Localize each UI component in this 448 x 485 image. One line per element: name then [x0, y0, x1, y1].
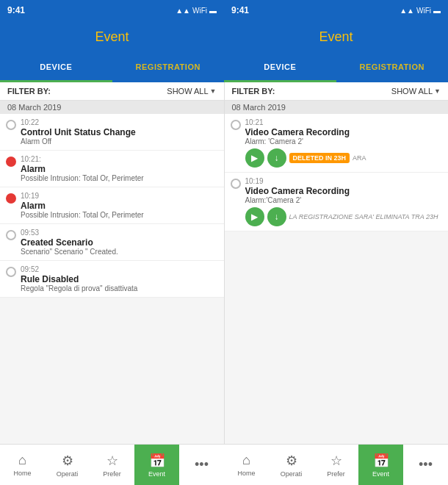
tabs-left: DEVICE REGISTRATION [0, 53, 224, 82]
header-title-right: Event [319, 29, 353, 45]
filter-label-right: FILTER BY: [232, 87, 275, 96]
operati-icon-left: ⚙ [62, 453, 73, 469]
event-time: 10:21: [21, 155, 218, 163]
event-title: Video Camera Recording [245, 127, 443, 137]
nav-more-right[interactable]: ••• [403, 445, 448, 485]
event-sub: Alarm:'Camera 2' [245, 196, 443, 204]
nav-more-left[interactable]: ••• [179, 445, 224, 485]
event-dot [231, 120, 241, 130]
event-title: Video Camera Recording [245, 186, 443, 196]
event-time: 09:52 [21, 265, 218, 273]
more-icon-right: ••• [419, 457, 433, 473]
dropdown-arrow-right: ▼ [434, 87, 441, 95]
event-dot [231, 179, 241, 189]
event-item: 09:52 Rule Disabled Regola "Regola di pr… [0, 261, 224, 298]
nav-label-home-left: Home [13, 470, 31, 477]
header-right: Event [224, 21, 448, 53]
event-time: 10:19 [245, 177, 443, 185]
nav-operati-left[interactable]: ⚙ Operati [45, 445, 90, 485]
tabs-right: DEVICE REGISTRATION [224, 53, 448, 82]
event-actions: ▶ ↓ DELETED IN 23H ARA [245, 148, 443, 168]
event-content: 10:22 Control Unit Status Change Alarm O… [21, 118, 218, 146]
filter-value-left: SHOW ALL [167, 87, 208, 96]
tab-registration-left[interactable]: REGISTRATION [112, 53, 225, 82]
signal-icon-left: ▲▲ [176, 7, 190, 15]
nav-home-left[interactable]: ⌂ Home [0, 445, 45, 485]
event-item: 10:22 Control Unit Status Change Alarm O… [0, 114, 224, 151]
download-button-2[interactable]: ↓ [267, 207, 286, 226]
event-item: 10:19 Alarm Possible Intrusion: Total Or… [0, 187, 224, 224]
event-title: Control Unit Status Change [21, 127, 218, 137]
filter-dropdown-right[interactable]: SHOW ALL ▼ [391, 87, 441, 96]
status-bar-right: 9:41 ▲▲ WiFi ▬ [224, 0, 448, 21]
event-content: 10:21 Video Camera Recording Alarm: 'Cam… [245, 118, 443, 168]
operati-icon-right: ⚙ [286, 453, 297, 469]
event-item: 09:53 Created Scenario Scenario" Scenari… [0, 224, 224, 261]
event-dot-red [6, 157, 16, 167]
status-time-left: 9:41 [7, 5, 25, 15]
event-content: 10:21: Alarm Possible Intrusion: Total O… [21, 155, 218, 182]
filter-bar-right: FILTER BY: SHOW ALL ▼ [225, 82, 449, 101]
tab-registration-right[interactable]: REGISTRATION [336, 53, 449, 82]
home-icon-right: ⌂ [242, 453, 250, 468]
event-sub: Possible Intrusion: Total Or, Perimeter [21, 174, 218, 182]
nav-home-right[interactable]: ⌂ Home [224, 445, 269, 485]
download-icon: ↓ [275, 153, 279, 163]
battery-icon-left: ▬ [209, 7, 217, 15]
event-item: 10:21: Alarm Possible Intrusion: Total O… [0, 151, 224, 187]
filter-bar-left: FILTER BY: SHOW ALL ▼ [0, 82, 224, 101]
play-icon-2: ▶ [251, 212, 258, 222]
play-button[interactable]: ▶ [245, 148, 264, 168]
panel-left: FILTER BY: SHOW ALL ▼ 08 March 2019 10:2… [0, 82, 225, 444]
event-list-right: 10:21 Video Camera Recording Alarm: 'Cam… [225, 114, 449, 444]
nav-operati-right[interactable]: ⚙ Operati [269, 445, 314, 485]
play-button-2[interactable]: ▶ [245, 207, 264, 226]
dropdown-arrow-left: ▼ [210, 87, 217, 95]
signal-icon-right: ▲▲ [400, 7, 414, 15]
home-icon-left: ⌂ [18, 453, 26, 468]
event-item: 10:19 Video Camera Recording Alarm:'Came… [225, 173, 449, 231]
nav-label-operati-left: Operati [57, 470, 79, 478]
event-sub: Scenario" Scenario " Created. [21, 248, 218, 256]
main-content: FILTER BY: SHOW ALL ▼ 08 March 2019 10:2… [0, 82, 448, 444]
event-title: Created Scenario [21, 237, 218, 248]
nav-label-operati-right: Operati [281, 470, 303, 478]
nav-label-prefer-right: Prefer [327, 470, 345, 478]
filter-label-left: FILTER BY: [7, 87, 51, 96]
event-actions: ▶ ↓ LA REGISTRAZIONE SARA' ELIMINATA TRA… [245, 207, 443, 226]
download-icon-2: ↓ [275, 212, 279, 222]
nav-event-left[interactable]: 📅 Event [134, 445, 179, 485]
nav-prefer-right[interactable]: ☆ Prefer [314, 445, 358, 485]
tab-device-left[interactable]: DEVICE [0, 53, 112, 82]
event-dot-red [6, 193, 16, 204]
nav-event-right[interactable]: 📅 Event [358, 445, 403, 485]
nav-prefer-left[interactable]: ☆ Prefer [90, 445, 134, 485]
more-icon-left: ••• [195, 457, 209, 473]
event-content: 09:52 Rule Disabled Regola "Regola di pr… [21, 265, 218, 292]
tabs-row: DEVICE REGISTRATION DEVICE REGISTRATION [0, 53, 448, 82]
date-separator-left: 08 March 2019 [0, 101, 224, 114]
event-sub: Possible Intrusion: Total Or, Perimeter [21, 211, 218, 219]
event-content: 10:19 Alarm Possible Intrusion: Total Or… [21, 192, 218, 219]
status-time-right: 9:41 [231, 5, 249, 15]
battery-icon-right: ▬ [433, 7, 441, 15]
nav-right: ⌂ Home ⚙ Operati ☆ Prefer 📅 Event ••• [224, 445, 448, 485]
event-title: Alarm [21, 164, 218, 174]
filter-dropdown-left[interactable]: SHOW ALL ▼ [167, 87, 216, 96]
event-sub: Alarm: 'Camera 2' [245, 137, 443, 146]
event-dot [6, 230, 16, 240]
event-title: Rule Disabled [21, 274, 218, 284]
event-icon-left: 📅 [149, 453, 165, 469]
download-button[interactable]: ↓ [267, 148, 286, 168]
tab-device-right[interactable]: DEVICE [224, 53, 336, 82]
deleted-badge: DELETED IN 23H [289, 153, 350, 163]
play-icon: ▶ [251, 153, 258, 163]
filter-value-right: SHOW ALL [391, 87, 433, 96]
event-content: 09:53 Created Scenario Scenario" Scenari… [21, 229, 218, 256]
event-time: 10:21 [245, 118, 443, 126]
event-time: 10:19 [21, 192, 218, 200]
nav-label-home-right: Home [237, 470, 255, 477]
wifi-icon-right: WiFi [416, 7, 431, 15]
event-dot [6, 267, 16, 277]
event-list-left: 10:22 Control Unit Status Change Alarm O… [0, 114, 224, 444]
